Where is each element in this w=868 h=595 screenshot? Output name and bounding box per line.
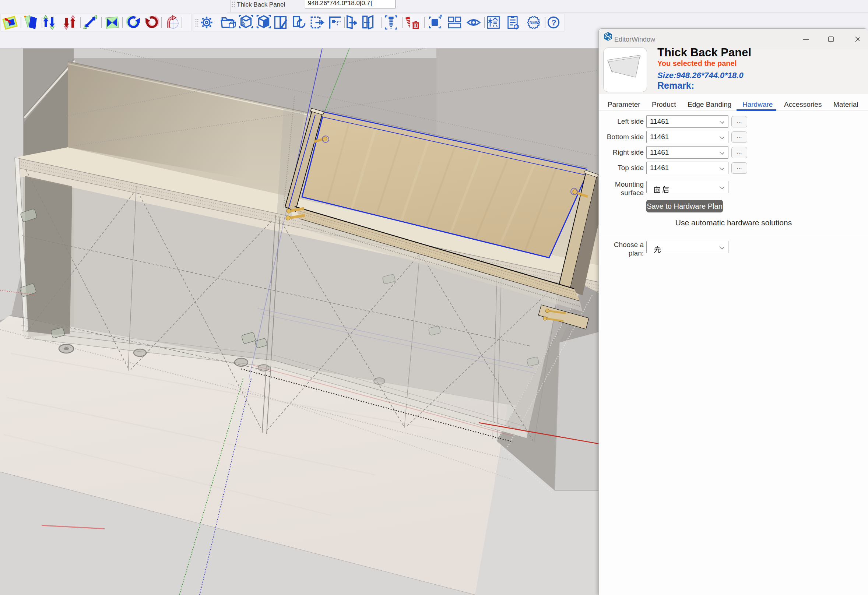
svg-text:?: ? bbox=[551, 18, 556, 27]
svg-text:NEW: NEW bbox=[530, 20, 539, 25]
